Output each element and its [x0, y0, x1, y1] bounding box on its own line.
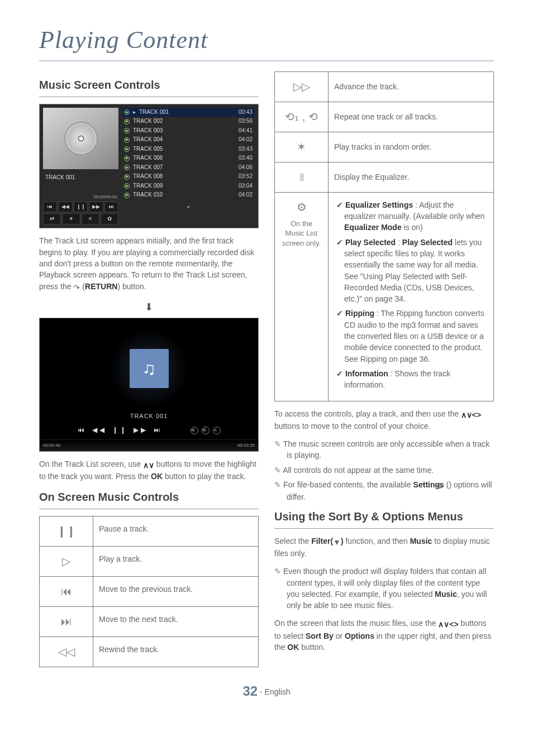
track-duration: 04:06: [239, 164, 253, 172]
control-icon: ▷: [40, 546, 93, 576]
page-title: Playing Content: [39, 22, 494, 61]
up-down-icon: ∧∨: [143, 460, 154, 471]
chevron-down-icon[interactable]: ⌄: [122, 201, 255, 210]
equalizer-icon[interactable]: ≡: [82, 213, 99, 225]
controls-table-right: ▷▷Advance the track.⟲₁ , ⟲Repeat one tra…: [274, 71, 494, 401]
settings-caption: On the Music List screen only.: [280, 219, 322, 248]
nav-arrows-icon: ∧∨<>: [461, 409, 481, 420]
track-row[interactable]: ▶▸TRACK 00100:43: [122, 108, 255, 117]
control-icon: ◁◁: [40, 637, 93, 667]
control-icon: ⏮: [40, 576, 93, 606]
track-row[interactable]: ▶TRACK 00404:02: [122, 135, 255, 145]
return-icon: ↶: [73, 282, 80, 293]
settings-icon[interactable]: ✿: [101, 213, 118, 225]
track-row[interactable]: ▶TRACK 00203:56: [122, 117, 255, 126]
playback-screenshot: ♫ TRACK 001 ⏮ ◀◀ ❙❙ ▶▶ ⏭ ⟲ ⟲ ≡ 00:00:40 …: [39, 318, 259, 452]
track-row[interactable]: ▶TRACK 00603:40: [122, 154, 255, 163]
control-icon: ▷▷: [275, 71, 329, 102]
paragraph-tracklist-nav: On the Track List screen, use ∧∨ buttons…: [39, 458, 259, 482]
album-art: [43, 108, 118, 169]
track-name: TRACK 009: [133, 182, 235, 190]
play-icon: ▶: [124, 165, 130, 170]
note-item: For file-based contents, the available S…: [274, 479, 494, 503]
controls-table-left: ❙❙Pause a track.▷Play a track.⏮Move to t…: [39, 516, 259, 667]
control-description: Move to the previous track.: [93, 576, 259, 606]
play-icon: ▶: [124, 119, 130, 125]
next-icon[interactable]: ⏭: [154, 425, 163, 435]
repeat-all-icon[interactable]: ⟲: [202, 427, 210, 434]
play-icon: ▶: [124, 193, 130, 198]
time-readout: 00:00/00:00: [43, 194, 118, 200]
note-item: All controls do not appear at the same t…: [274, 465, 494, 476]
track-duration: 03:40: [239, 154, 253, 162]
settings-description: Equalizer Settings : Adjust the equalize…: [329, 192, 494, 401]
repeat-icon[interactable]: ⇄: [43, 213, 61, 225]
track-duration: 04:02: [239, 191, 253, 199]
paragraph-sort-nav: On the screen that lists the music files…: [274, 618, 494, 653]
track-row[interactable]: ▶TRACK 00503:43: [122, 145, 255, 154]
list-icon[interactable]: ≡: [213, 427, 221, 434]
control-icon: ✶: [275, 132, 329, 162]
track-duration: 03:52: [239, 173, 253, 181]
track-row[interactable]: ▶TRACK 00903:04: [122, 181, 255, 191]
play-icon: ▶: [124, 146, 130, 152]
note-item: The music screen controls are only acces…: [274, 438, 494, 461]
control-icon: ⦀: [275, 162, 329, 192]
prev-icon[interactable]: ⏮: [78, 425, 87, 435]
track-rows: ▶▸TRACK 00100:43▶TRACK 00203:56▶TRACK 00…: [122, 108, 255, 225]
pause-icon[interactable]: ❙❙: [112, 425, 128, 435]
settings-icon-cell: ⚙ On the Music List screen only.: [275, 192, 329, 401]
tracklist-screenshot: TRACK 001 00:00/00:00 ⏮ ◀◀ ❙❙ ▶▶ ⏭ ⇄ ✶ ≡…: [39, 104, 259, 229]
control-row: ⦀Display the Equalizer.: [275, 162, 494, 192]
mini-transport-row: ⏮ ◀◀ ❙❙ ▶▶ ⏭: [43, 202, 118, 212]
track-row[interactable]: ▶TRACK 00803:52: [122, 172, 255, 181]
play-icon: ▶: [124, 156, 130, 161]
play-icon: ▶: [124, 174, 130, 180]
control-description: Play tracks in random order.: [329, 132, 494, 162]
prev-icon[interactable]: ⏮: [43, 202, 57, 212]
track-row[interactable]: ▶TRACK 00704:06: [122, 163, 255, 173]
control-icon: ❙❙: [40, 516, 93, 546]
rewind-icon[interactable]: ◀◀: [58, 202, 72, 212]
playback-art: ♫: [110, 329, 188, 408]
rewind-icon[interactable]: ◀◀: [92, 425, 107, 435]
elapsed-time: 00:00:40: [43, 442, 60, 449]
gear-icon: ⚙: [280, 199, 322, 216]
repeat-one-icon[interactable]: ⟲: [191, 427, 198, 434]
play-icon: ▶: [124, 109, 130, 115]
section-heading-onscreen-controls: On Screen Music Controls: [39, 489, 259, 509]
forward-icon[interactable]: ▶▶: [89, 202, 103, 212]
shuffle-icon[interactable]: ✶: [62, 213, 80, 225]
filter-icon: ▼: [333, 537, 341, 548]
next-icon[interactable]: ⏭: [104, 202, 118, 212]
track-duration: 03:43: [239, 145, 253, 154]
page-number: 32: [242, 683, 258, 698]
control-row: ▷Play a track.: [40, 546, 259, 576]
track-name: TRACK 005: [133, 145, 235, 154]
track-name: TRACK 002: [133, 117, 235, 126]
control-icon: ⟲₁ , ⟲: [275, 102, 329, 132]
track-duration: 04:41: [239, 127, 253, 135]
settings-item: Play Selected : Play Selected lets you s…: [336, 237, 488, 305]
play-icon: ▶: [124, 137, 130, 143]
paragraph-tracklist-intro: The Track List screen appears initially,…: [39, 235, 259, 293]
control-row: ⟲₁ , ⟲Repeat one track or all tracks.: [275, 102, 494, 132]
paragraph-sort-filter: Select the Filter(▼) function, and then …: [274, 535, 494, 559]
control-row: ▷▷Advance the track.: [275, 71, 494, 102]
down-arrow-icon: ⬇: [39, 300, 259, 314]
control-row: ❙❙Pause a track.: [40, 516, 259, 546]
control-description: Pause a track.: [93, 516, 259, 546]
control-row: ◁◁Rewind the track.: [40, 637, 259, 667]
pause-icon[interactable]: ❙❙: [74, 202, 88, 212]
track-duration: 04:02: [239, 136, 253, 144]
track-row[interactable]: ▶TRACK 00304:41: [122, 126, 255, 136]
settings-item: Ripping : The Ripping function converts …: [336, 308, 488, 364]
track-row[interactable]: ▶TRACK 01004:02: [122, 190, 255, 200]
playback-controls: ⏮ ◀◀ ❙❙ ▶▶ ⏭ ⟲ ⟲ ≡: [40, 425, 258, 435]
forward-icon[interactable]: ▶▶: [134, 425, 148, 435]
selected-track-label: TRACK 001: [43, 174, 118, 182]
control-icon: ⏭: [40, 606, 93, 637]
nav-arrows-icon: ∧∨<>: [438, 619, 458, 630]
track-name: TRACK 004: [133, 136, 235, 144]
control-row: ✶Play tracks in random order.: [275, 132, 494, 162]
